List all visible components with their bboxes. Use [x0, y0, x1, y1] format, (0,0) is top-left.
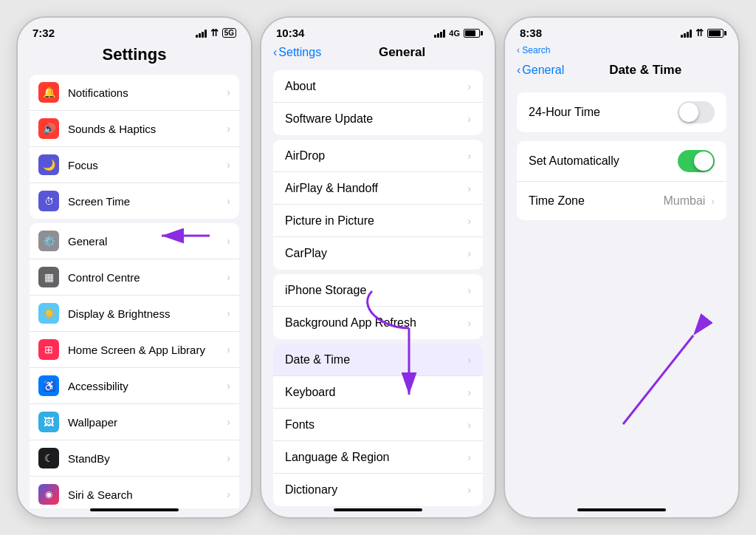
- dt-item-24hour[interactable]: 24-Hour Time: [517, 92, 726, 132]
- general-section-1: About › Software Update ›: [273, 70, 483, 135]
- settings-item-display[interactable]: ☀️ Display & Brightness ›: [30, 296, 239, 332]
- setauto-toggle-knob: [694, 151, 713, 171]
- battery-icon-2: [464, 29, 480, 38]
- settings-item-homescreen[interactable]: ⊞ Home Screen & App Library ›: [30, 332, 239, 368]
- timezone-label: Time Zone: [529, 194, 663, 208]
- dt-item-setauto[interactable]: Set Automatically: [517, 141, 726, 182]
- status-time-3: 8:38: [520, 27, 542, 39]
- setauto-toggle[interactable]: [678, 150, 715, 172]
- datetime-label: Date & Time: [285, 353, 467, 367]
- settings-item-wallpaper[interactable]: 🖼 Wallpaper ›: [30, 404, 239, 440]
- general-item-storage[interactable]: iPhone Storage ›: [273, 274, 483, 307]
- general-section-4: Date & Time › Keyboard › Fonts › Languag…: [273, 344, 483, 506]
- phone2-general: 10:34 4G ‹ S: [260, 16, 496, 519]
- standby-chevron: ›: [227, 452, 230, 464]
- general-item-langregion[interactable]: Language & Region ›: [273, 441, 483, 474]
- nav-title-2: General: [321, 45, 483, 60]
- langregion-chevron: ›: [467, 451, 471, 463]
- wallpaper-icon: 🖼: [38, 412, 59, 432]
- back-search-label: ‹ Search: [517, 45, 550, 55]
- dt-section-1: 24-Hour Time: [517, 92, 726, 132]
- status-icons-3: ⇈: [681, 27, 724, 38]
- signal-icon-2: [434, 29, 445, 38]
- nav-bar-3: ‹ General Date & Time: [505, 60, 738, 84]
- settings-item-accessibility[interactable]: ♿ Accessibility ›: [30, 368, 239, 404]
- general-section-2: AirDrop › AirPlay & Handoff › Picture in…: [273, 140, 483, 270]
- settings-item-sounds[interactable]: 🔊 Sounds & Haptics ›: [30, 111, 239, 147]
- siri-icon: ◉: [38, 484, 59, 505]
- home-indicator-1: [90, 508, 179, 511]
- timezone-chevron: ›: [711, 195, 715, 207]
- settings-item-general[interactable]: ⚙️ General ›: [30, 223, 239, 259]
- general-item-carplay[interactable]: CarPlay ›: [273, 237, 483, 270]
- sub-search-context: ‹ Search: [505, 42, 738, 60]
- status-time-1: 7:32: [32, 27, 55, 39]
- dt-section-2: Set Automatically Time Zone Mumbai ›: [517, 141, 726, 220]
- settings-item-controlcentre[interactable]: ▦ Control Centre ›: [30, 259, 239, 296]
- screentime-icon: ⏱: [38, 191, 59, 211]
- nav-back-2[interactable]: ‹ Settings: [273, 46, 321, 59]
- sounds-icon: 🔊: [38, 118, 59, 139]
- general-item-dictionary[interactable]: Dictionary ›: [273, 474, 483, 506]
- keyboard-chevron: ›: [467, 386, 471, 398]
- general-item-keyboard[interactable]: Keyboard ›: [273, 376, 483, 409]
- timezone-value: Mumbai: [663, 194, 705, 208]
- general-item-softwareupdate[interactable]: Software Update ›: [273, 103, 483, 135]
- back-chevron-2: ‹: [273, 46, 277, 59]
- standby-icon: ☾: [38, 448, 59, 468]
- back-chevron-3: ‹: [517, 64, 520, 77]
- wifi-icon-1: ⇈: [210, 27, 219, 38]
- 24hour-label: 24-Hour Time: [529, 106, 678, 119]
- general-item-pip[interactable]: Picture in Picture ›: [273, 205, 483, 237]
- airplay-label: AirPlay & Handoff: [285, 182, 467, 195]
- general-item-bgrefresh[interactable]: Background App Refresh ›: [273, 307, 483, 339]
- general-item-fonts[interactable]: Fonts ›: [273, 409, 483, 441]
- settings-item-screentime[interactable]: ⏱ Screen Time ›: [30, 183, 239, 219]
- keyboard-label: Keyboard: [285, 386, 467, 399]
- general-item-datetime[interactable]: Date & Time ›: [273, 344, 483, 376]
- airdrop-label: AirDrop: [285, 149, 467, 163]
- general-item-airdrop[interactable]: AirDrop ›: [273, 140, 483, 172]
- sounds-label: Sounds & Haptics: [68, 123, 227, 135]
- nav-back-label-2: Settings: [278, 46, 321, 59]
- dictionary-label: Dictionary: [285, 483, 467, 497]
- focus-label: Focus: [68, 159, 227, 171]
- dt-item-timezone[interactable]: Time Zone Mumbai ›: [517, 182, 726, 220]
- general-item-about[interactable]: About ›: [273, 70, 483, 103]
- storage-label: iPhone Storage: [285, 284, 467, 297]
- accessibility-icon: ♿: [38, 375, 59, 396]
- wallpaper-chevron: ›: [227, 416, 230, 428]
- notifications-icon: 🔔: [38, 82, 59, 103]
- setauto-label: Set Automatically: [529, 154, 678, 168]
- controlcentre-label: Control Centre: [68, 271, 227, 284]
- display-label: Display & Brightness: [68, 307, 227, 320]
- settings-section-1: 🔔 Notifications › 🔊 Sounds & Haptics ›: [30, 75, 239, 219]
- home-indicator-3: [577, 508, 666, 511]
- settings-section-2: ⚙️ General › ▦ Control Centre ›: [30, 223, 239, 508]
- nav-back-3[interactable]: ‹ General: [517, 64, 564, 77]
- airplay-chevron: ›: [467, 183, 471, 194]
- 24hour-toggle-knob: [679, 103, 698, 122]
- pip-label: Picture in Picture: [285, 214, 467, 228]
- general-item-airplay[interactable]: AirPlay & Handoff ›: [273, 172, 483, 205]
- wallpaper-label: Wallpaper: [68, 416, 227, 429]
- signal-icon-3: [681, 29, 692, 38]
- fonts-chevron: ›: [467, 419, 471, 431]
- screentime-chevron: ›: [227, 195, 230, 207]
- settings-item-siri[interactable]: ◉ Siri & Search ›: [30, 477, 239, 508]
- settings-item-standby[interactable]: ☾ StandBy ›: [30, 440, 239, 477]
- carplay-chevron: ›: [467, 248, 471, 259]
- status-bar-2: 10:34 4G: [261, 18, 495, 42]
- settings-item-notifications[interactable]: 🔔 Notifications ›: [30, 75, 239, 111]
- langregion-label: Language & Region: [285, 451, 467, 464]
- pip-chevron: ›: [467, 215, 471, 227]
- general-chevron: ›: [227, 235, 230, 247]
- wifi-icon-3: ⇈: [695, 27, 704, 38]
- home-indicator-2: [334, 508, 422, 511]
- 24hour-toggle[interactable]: [678, 101, 715, 123]
- softwareupdate-label: Software Update: [285, 112, 467, 126]
- controlcentre-chevron: ›: [227, 271, 230, 283]
- homescreen-label: Home Screen & App Library: [68, 344, 227, 356]
- standby-label: StandBy: [68, 452, 227, 465]
- settings-item-focus[interactable]: 🌙 Focus ›: [30, 147, 239, 183]
